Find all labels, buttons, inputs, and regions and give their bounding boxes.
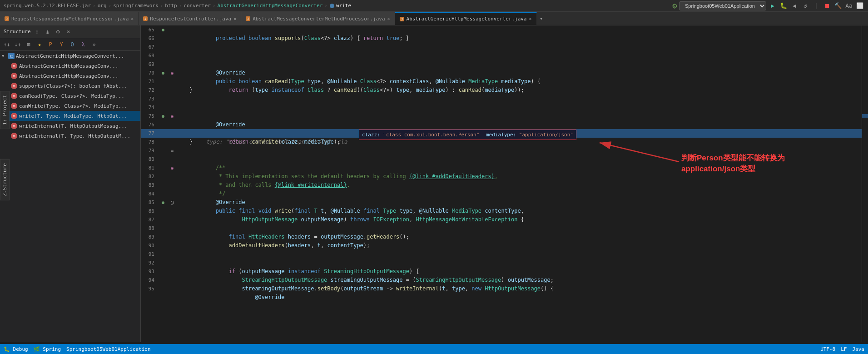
tree-item-5[interactable]: m canWrite(Type, Class<?>, MediaTyp... bbox=[0, 101, 140, 111]
code-line-70: 70 ● ◉ public boolean canRead(Type type,… bbox=[141, 69, 862, 77]
filter-btn[interactable]: P bbox=[45, 40, 55, 50]
tab-close-0[interactable]: × bbox=[131, 16, 134, 21]
toolbar-right: ⚙ Springboot05Web01Application ▶ 🐛 ◀ ↺ |… bbox=[672, 1, 864, 10]
breadcrumb-http[interactable]: http bbox=[165, 3, 177, 9]
expand-btn[interactable]: ⊞ bbox=[24, 40, 34, 50]
breadcrumb-converter[interactable]: converter bbox=[184, 3, 211, 9]
filter-btn4[interactable]: λ bbox=[78, 40, 88, 50]
tree-item-7[interactable]: m writeInternal(T, HttpOutputMessag... bbox=[0, 121, 140, 131]
status-right: UTF-8 LF Java bbox=[820, 346, 864, 352]
run-button[interactable]: ▶ bbox=[768, 1, 777, 10]
code-line-92: 92 if (outputMessage instanceof Streamin… bbox=[141, 259, 862, 267]
status-spring: 🌿 Spring bbox=[34, 346, 61, 352]
code-line-68: 68 bbox=[141, 51, 862, 60]
breadcrumb-org[interactable]: org bbox=[98, 3, 107, 9]
tree-item-2[interactable]: m AbstractGenericHttpMessageConv... bbox=[0, 71, 140, 81]
sort-visibility-icon[interactable]: ↨ bbox=[43, 27, 52, 36]
tree-item-8[interactable]: m writeInternal(T, Type, HttpOutputM... bbox=[0, 131, 140, 141]
code-line-76: 76 public boolean canWrite(@Nullable Typ… bbox=[141, 120, 862, 129]
more-btn[interactable]: » bbox=[89, 40, 99, 50]
tab-close-3[interactable]: × bbox=[529, 16, 532, 21]
z-structure-tab[interactable]: Z-Structure bbox=[0, 159, 10, 200]
maximize-button[interactable]: ⬜ bbox=[855, 1, 864, 10]
code-line-75: 75 ● ◉ @Override bbox=[141, 112, 862, 120]
code-line-73: 73 bbox=[141, 95, 862, 103]
breadcrumb-method[interactable]: write bbox=[336, 3, 351, 9]
tab-close-1[interactable]: × bbox=[233, 16, 236, 21]
sort-btn2[interactable]: ↓↑ bbox=[13, 40, 23, 50]
code-editor[interactable]: 65 ● protected boolean supports(Class<?>… bbox=[141, 25, 862, 342]
tree-item-6[interactable]: m write(T, Type, MediaType, HttpOut... bbox=[0, 111, 140, 121]
status-lineending: LF bbox=[841, 346, 847, 352]
tab-bar: J RequestResponseBodyMethodProcessor.jav… bbox=[0, 12, 868, 25]
tree-item-3[interactable]: m supports(Class<?>): boolean †Abst... bbox=[0, 81, 140, 91]
tree-label-3: supports(Class<?>): boolean †Abst... bbox=[19, 83, 127, 89]
code-line-65: 65 ● protected boolean supports(Class<?>… bbox=[141, 25, 862, 34]
tab-requestresponse[interactable]: J RequestResponseBodyMethodProcessor.jav… bbox=[0, 12, 139, 25]
tree-item-root[interactable]: ▼ C AbstractGenericHttpMessageConvert... bbox=[0, 51, 140, 61]
tab-abstractmessage[interactable]: J AbstractMessageConverterMethodProcesso… bbox=[241, 12, 395, 25]
code-line-87: 87 bbox=[141, 215, 862, 224]
tree-label-1: AbstractGenericHttpMessageConv... bbox=[19, 63, 119, 69]
code-line-86: 86 HttpOutputMessage outputMessage) thro… bbox=[141, 207, 862, 215]
project-tab[interactable]: 1: Project bbox=[0, 91, 10, 129]
java-file-icon3: J bbox=[246, 16, 250, 21]
main-layout: Structure ↕ ↨ ⚙ × ↑↓ ↓↑ ⊞ ★ P Y O λ » ▼ … bbox=[0, 25, 868, 342]
settings-sidebar-icon[interactable]: ⚙ bbox=[54, 27, 63, 36]
debug-button[interactable]: 🐛 bbox=[779, 1, 788, 10]
filter-btn3[interactable]: O bbox=[67, 40, 77, 50]
tab-responce[interactable]: J ResponceTestController.java × bbox=[139, 12, 241, 25]
code-line-89: 89 addDefaultHeaders(headers, t, content… bbox=[141, 233, 862, 241]
sort-alpha-icon[interactable]: ↕ bbox=[33, 27, 42, 36]
tree-item-4[interactable]: m canRead(Type, Class<?>, MediaTyp... bbox=[0, 91, 140, 101]
sidebar-title: Structure bbox=[4, 29, 31, 35]
tree-item-1[interactable]: m AbstractGenericHttpMessageConv... bbox=[0, 61, 140, 71]
filter-btn2[interactable]: Y bbox=[56, 40, 66, 50]
code-line-66: 66 bbox=[141, 34, 862, 43]
code-line-71: 71 return (type instanceof Class ? canRe… bbox=[141, 77, 862, 86]
code-line-85: 85 ● @ public final void write(final T t… bbox=[141, 198, 862, 207]
stop-button[interactable]: ⏹ bbox=[823, 1, 832, 10]
tree-label-7: writeInternal(T, HttpOutputMessag... bbox=[19, 123, 127, 129]
tab-close-2[interactable]: × bbox=[387, 16, 390, 21]
run-config-select[interactable]: Springboot05Web01Application bbox=[679, 1, 766, 10]
separator1: | bbox=[812, 1, 821, 10]
code-line-88: 88 final HttpHeaders headers = outputMes… bbox=[141, 224, 862, 233]
breadcrumb-class[interactable]: AbstractGenericHttpMessageConverter bbox=[218, 3, 323, 9]
translate-icon: Aa bbox=[844, 1, 853, 10]
code-line-72: 72 } bbox=[141, 86, 862, 95]
sidebar: Structure ↕ ↨ ⚙ × ↑↓ ↓↑ ⊞ ★ P Y O λ » ▼ … bbox=[0, 25, 141, 342]
code-line-83: 83 */ bbox=[141, 181, 862, 189]
tab-abstractgeneric[interactable]: J AbstractGenericHttpMessageConverter.ja… bbox=[395, 12, 537, 25]
coverage-button[interactable]: ◀ bbox=[790, 1, 799, 10]
code-line-80: 80 /** bbox=[141, 155, 862, 164]
tree-label-root: AbstractGenericHttpMessageConvert... bbox=[16, 53, 124, 59]
build-button[interactable]: 🔨 bbox=[833, 1, 843, 10]
status-bar: 🐛 Debug 🌿 Spring Springboot05Web01Applic… bbox=[0, 344, 868, 354]
close-sidebar-icon[interactable]: × bbox=[64, 27, 73, 36]
tree-label-2: AbstractGenericHttpMessageConv... bbox=[19, 73, 119, 79]
tab-overflow[interactable]: ▾ bbox=[537, 12, 546, 25]
svg-point-0 bbox=[330, 4, 334, 8]
breadcrumb-jar[interactable]: spring-web-5.2.12.RELEASE.jar bbox=[4, 3, 91, 9]
tree-label-8: writeInternal(T, Type, HttpOutputM... bbox=[19, 133, 130, 139]
code-line-77: 77 return canWrite(clazz, mediaType); cl… bbox=[141, 129, 862, 138]
svg-text:J: J bbox=[144, 17, 146, 21]
java-file-icon2: J bbox=[143, 16, 148, 21]
status-encoding: UTF-8 bbox=[820, 346, 835, 352]
code-line-91: 91 bbox=[141, 250, 862, 259]
profile-button[interactable]: ↺ bbox=[801, 1, 810, 10]
right-strip bbox=[862, 25, 868, 342]
tree-label-5: canWrite(Type, Class<?>, MediaTyp... bbox=[19, 103, 127, 109]
sidebar-tree: ▼ C AbstractGenericHttpMessageConvert...… bbox=[0, 51, 140, 342]
breadcrumb-springframework[interactable]: springframework bbox=[113, 3, 158, 9]
minimap-highlight bbox=[862, 114, 868, 118]
java-file-icon4: J bbox=[400, 17, 404, 21]
code-line-69: 69 @Override bbox=[141, 60, 862, 69]
code-line-74: 74 bbox=[141, 103, 862, 112]
code-line-82: 82 * and then calls {@link #writeInterna… bbox=[141, 172, 862, 181]
sort-btn[interactable]: ↑↓ bbox=[2, 40, 12, 50]
top-bar: spring-web-5.2.12.RELEASE.jar › org › sp… bbox=[0, 0, 868, 12]
code-line-94: 94 streamingOutputMessage.setBody(output… bbox=[141, 276, 862, 284]
star-btn[interactable]: ★ bbox=[35, 40, 45, 50]
